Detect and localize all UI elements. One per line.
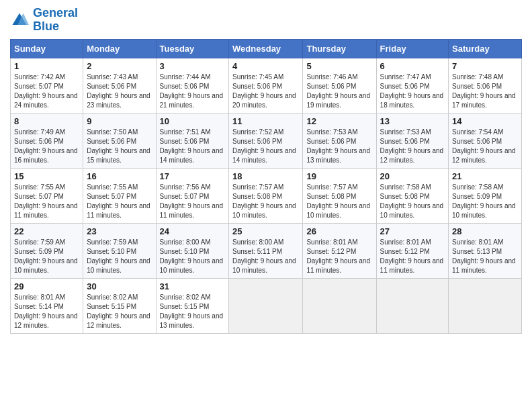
- calendar-cell: 29 Sunrise: 8:01 AMSunset: 5:14 PMDaylig…: [11, 278, 83, 333]
- day-number: 23: [87, 226, 152, 236]
- day-info: Sunrise: 7:51 AMSunset: 5:06 PMDaylight:…: [160, 128, 224, 164]
- calendar-cell: 18 Sunrise: 7:57 AMSunset: 5:08 PMDaylig…: [229, 168, 303, 223]
- calendar-cell: [303, 278, 376, 333]
- day-number: 10: [160, 116, 226, 126]
- calendar-cell: 2 Sunrise: 7:43 AMSunset: 5:06 PMDayligh…: [83, 58, 156, 113]
- day-number: 8: [14, 116, 79, 126]
- day-info: Sunrise: 7:55 AMSunset: 5:07 PMDaylight:…: [14, 183, 78, 219]
- weekday-header: Friday: [376, 39, 448, 58]
- day-number: 14: [452, 116, 518, 126]
- day-info: Sunrise: 7:42 AMSunset: 5:07 PMDaylight:…: [14, 73, 78, 109]
- weekday-header: Tuesday: [156, 39, 229, 58]
- day-number: 30: [87, 281, 152, 291]
- day-number: 20: [380, 171, 445, 181]
- logo: General Blue: [10, 7, 78, 34]
- calendar-cell: [229, 278, 303, 333]
- calendar-week-row: 1 Sunrise: 7:42 AMSunset: 5:07 PMDayligh…: [11, 58, 522, 113]
- calendar-cell: 21 Sunrise: 7:58 AMSunset: 5:09 PMDaylig…: [449, 168, 522, 223]
- day-info: Sunrise: 7:57 AMSunset: 5:08 PMDaylight:…: [232, 183, 296, 219]
- calendar-cell: 11 Sunrise: 7:52 AMSunset: 5:06 PMDaylig…: [229, 113, 303, 168]
- day-info: Sunrise: 8:00 AMSunset: 5:10 PMDaylight:…: [160, 238, 224, 274]
- calendar-cell: 24 Sunrise: 8:00 AMSunset: 5:10 PMDaylig…: [156, 223, 229, 278]
- calendar-cell: 1 Sunrise: 7:42 AMSunset: 5:07 PMDayligh…: [11, 58, 83, 113]
- day-info: Sunrise: 7:53 AMSunset: 5:06 PMDaylight:…: [380, 128, 444, 164]
- day-number: 16: [87, 171, 152, 181]
- weekday-header: Saturday: [449, 39, 522, 58]
- day-info: Sunrise: 8:01 AMSunset: 5:12 PMDaylight:…: [306, 238, 370, 274]
- day-info: Sunrise: 8:02 AMSunset: 5:15 PMDaylight:…: [160, 293, 224, 329]
- calendar-cell: 31 Sunrise: 8:02 AMSunset: 5:15 PMDaylig…: [156, 278, 229, 333]
- calendar-cell: [376, 278, 448, 333]
- day-info: Sunrise: 7:57 AMSunset: 5:08 PMDaylight:…: [306, 183, 370, 219]
- weekday-header: Monday: [83, 39, 156, 58]
- day-number: 11: [232, 116, 299, 126]
- calendar-cell: 13 Sunrise: 7:53 AMSunset: 5:06 PMDaylig…: [376, 113, 448, 168]
- day-number: 22: [14, 226, 79, 236]
- calendar-week-row: 22 Sunrise: 7:59 AMSunset: 5:09 PMDaylig…: [11, 223, 522, 278]
- day-info: Sunrise: 7:45 AMSunset: 5:06 PMDaylight:…: [232, 73, 296, 109]
- calendar-week-row: 15 Sunrise: 7:55 AMSunset: 5:07 PMDaylig…: [11, 168, 522, 223]
- calendar-cell: 8 Sunrise: 7:49 AMSunset: 5:06 PMDayligh…: [11, 113, 83, 168]
- calendar-cell: 14 Sunrise: 7:54 AMSunset: 5:06 PMDaylig…: [449, 113, 522, 168]
- day-number: 13: [380, 116, 445, 126]
- day-number: 29: [14, 281, 79, 291]
- calendar-cell: 27 Sunrise: 8:01 AMSunset: 5:12 PMDaylig…: [376, 223, 448, 278]
- calendar-table: SundayMondayTuesdayWednesdayThursdayFrid…: [10, 39, 522, 334]
- calendar-cell: 25 Sunrise: 8:00 AMSunset: 5:11 PMDaylig…: [229, 223, 303, 278]
- day-info: Sunrise: 8:02 AMSunset: 5:15 PMDaylight:…: [87, 293, 150, 329]
- day-number: 28: [452, 226, 518, 236]
- day-info: Sunrise: 7:59 AMSunset: 5:10 PMDaylight:…: [87, 238, 150, 274]
- calendar-cell: 19 Sunrise: 7:57 AMSunset: 5:08 PMDaylig…: [303, 168, 376, 223]
- day-info: Sunrise: 7:58 AMSunset: 5:08 PMDaylight:…: [380, 183, 444, 219]
- calendar-cell: 7 Sunrise: 7:48 AMSunset: 5:06 PMDayligh…: [449, 58, 522, 113]
- calendar-cell: 15 Sunrise: 7:55 AMSunset: 5:07 PMDaylig…: [11, 168, 83, 223]
- day-number: 24: [160, 226, 226, 236]
- day-number: 19: [306, 171, 372, 181]
- day-info: Sunrise: 7:59 AMSunset: 5:09 PMDaylight:…: [14, 238, 78, 274]
- day-number: 1: [14, 61, 79, 71]
- day-number: 12: [306, 116, 372, 126]
- calendar-cell: 9 Sunrise: 7:50 AMSunset: 5:06 PMDayligh…: [83, 113, 156, 168]
- day-info: Sunrise: 8:00 AMSunset: 5:11 PMDaylight:…: [232, 238, 296, 274]
- calendar-cell: 16 Sunrise: 7:55 AMSunset: 5:07 PMDaylig…: [83, 168, 156, 223]
- day-number: 27: [380, 226, 445, 236]
- calendar-cell: 30 Sunrise: 8:02 AMSunset: 5:15 PMDaylig…: [83, 278, 156, 333]
- day-number: 2: [87, 61, 152, 71]
- day-number: 3: [160, 61, 226, 71]
- day-info: Sunrise: 7:43 AMSunset: 5:06 PMDaylight:…: [87, 73, 150, 109]
- day-info: Sunrise: 7:52 AMSunset: 5:06 PMDaylight:…: [232, 128, 296, 164]
- day-number: 4: [232, 61, 299, 71]
- calendar-cell: 26 Sunrise: 8:01 AMSunset: 5:12 PMDaylig…: [303, 223, 376, 278]
- calendar-cell: 3 Sunrise: 7:44 AMSunset: 5:06 PMDayligh…: [156, 58, 229, 113]
- calendar-cell: 4 Sunrise: 7:45 AMSunset: 5:06 PMDayligh…: [229, 58, 303, 113]
- calendar-cell: 10 Sunrise: 7:51 AMSunset: 5:06 PMDaylig…: [156, 113, 229, 168]
- day-number: 18: [232, 171, 299, 181]
- weekday-header: Wednesday: [229, 39, 303, 58]
- calendar-week-row: 29 Sunrise: 8:01 AMSunset: 5:14 PMDaylig…: [11, 278, 522, 333]
- day-number: 17: [160, 171, 226, 181]
- calendar-body: 1 Sunrise: 7:42 AMSunset: 5:07 PMDayligh…: [11, 58, 522, 333]
- day-info: Sunrise: 7:48 AMSunset: 5:06 PMDaylight:…: [452, 73, 516, 109]
- day-number: 21: [452, 171, 518, 181]
- calendar-week-row: 8 Sunrise: 7:49 AMSunset: 5:06 PMDayligh…: [11, 113, 522, 168]
- day-number: 25: [232, 226, 299, 236]
- day-info: Sunrise: 8:01 AMSunset: 5:13 PMDaylight:…: [452, 238, 516, 274]
- day-number: 31: [160, 281, 226, 291]
- day-info: Sunrise: 7:49 AMSunset: 5:06 PMDaylight:…: [14, 128, 78, 164]
- calendar-cell: 23 Sunrise: 7:59 AMSunset: 5:10 PMDaylig…: [83, 223, 156, 278]
- calendar-cell: 20 Sunrise: 7:58 AMSunset: 5:08 PMDaylig…: [376, 168, 448, 223]
- logo-icon: [10, 11, 29, 30]
- day-info: Sunrise: 8:01 AMSunset: 5:12 PMDaylight:…: [380, 238, 444, 274]
- day-info: Sunrise: 7:58 AMSunset: 5:09 PMDaylight:…: [452, 183, 516, 219]
- calendar-cell: 22 Sunrise: 7:59 AMSunset: 5:09 PMDaylig…: [11, 223, 83, 278]
- calendar-cell: [449, 278, 522, 333]
- logo-text: General Blue: [33, 7, 78, 34]
- day-number: 9: [87, 116, 152, 126]
- day-number: 5: [306, 61, 372, 71]
- calendar-cell: 17 Sunrise: 7:56 AMSunset: 5:07 PMDaylig…: [156, 168, 229, 223]
- day-info: Sunrise: 7:53 AMSunset: 5:06 PMDaylight:…: [306, 128, 370, 164]
- day-info: Sunrise: 7:46 AMSunset: 5:06 PMDaylight:…: [306, 73, 370, 109]
- calendar-cell: 28 Sunrise: 8:01 AMSunset: 5:13 PMDaylig…: [449, 223, 522, 278]
- day-number: 6: [380, 61, 445, 71]
- weekday-header: Thursday: [303, 39, 376, 58]
